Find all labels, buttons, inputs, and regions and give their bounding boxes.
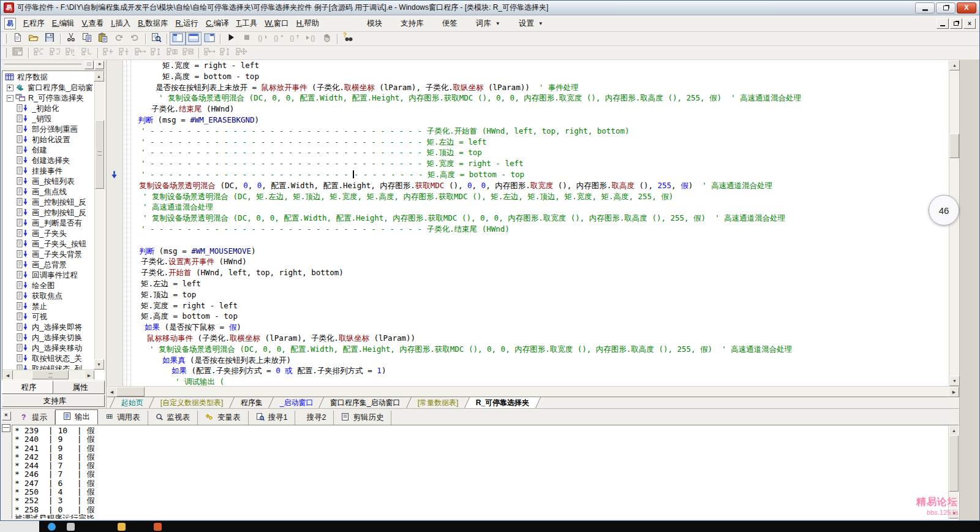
scroll-down-icon[interactable]: ▼ <box>94 359 104 370</box>
tab-program[interactable]: 程序 <box>2 381 53 394</box>
tree-item[interactable]: 画_焦点线 <box>3 187 94 197</box>
tree-hscroll-thumb[interactable] <box>32 370 69 379</box>
same-width-button[interactable] <box>202 46 217 59</box>
tree-item[interactable]: 回调事件过程 <box>3 270 94 281</box>
expand-icon[interactable] <box>7 85 13 91</box>
tree-item[interactable]: 画_子夹头背景 <box>3 249 94 260</box>
tree-item[interactable]: 部分强制重画 <box>3 124 94 135</box>
editor-tab-R_可停靠选择夹[interactable]: R_可停靠选择夹 <box>464 397 541 408</box>
toolbar-grip[interactable] <box>4 48 7 58</box>
browser-icon[interactable] <box>48 523 56 531</box>
pause-button[interactable] <box>318 32 334 45</box>
editor-tab-程序集[interactable]: 程序集 <box>229 397 274 408</box>
scroll-left-icon[interactable]: ◀ <box>2 370 13 380</box>
tree-item[interactable]: 画_判断是否有 <box>3 218 94 229</box>
stack-vertical-button[interactable] <box>180 46 196 59</box>
code-area[interactable]: 矩.宽度 = right - left矩.高度 = bottom - top是否… <box>123 60 949 386</box>
tree-item[interactable]: 取按钮状态_关 <box>3 354 94 364</box>
mdi-minimize-button[interactable] <box>937 18 949 29</box>
editor-tab-[自定义数据类型表][interactable]: [自定义数据类型表] <box>149 397 235 408</box>
redo-button[interactable] <box>111 32 127 45</box>
same-height-button[interactable] <box>217 46 233 59</box>
tree-item[interactable]: 绘全图 <box>3 281 94 291</box>
space-across-button[interactable] <box>132 46 148 59</box>
bottom-tab-搜寻2[interactable]: 搜寻2 <box>295 411 334 425</box>
same-size-button[interactable] <box>233 46 249 59</box>
toolbar-grip[interactable] <box>4 34 7 44</box>
taskbar[interactable] <box>0 521 980 532</box>
menu-item-F.程序[interactable]: F.程序 <box>20 17 48 31</box>
bottom-tab-调用表[interactable]: 调用表 <box>98 411 148 425</box>
editor-tab-_启动窗口[interactable]: _启动窗口 <box>268 397 325 408</box>
tree-group[interactable]: R_可停靠选择夹 <box>3 93 94 104</box>
stop-button[interactable] <box>239 32 255 45</box>
step-out-button[interactable]: {} <box>287 32 303 45</box>
tree-item[interactable]: 画_总背景 <box>3 260 94 270</box>
taskbar-start-area[interactable] <box>0 521 39 532</box>
tab-property[interactable]: 属性 <box>53 381 105 394</box>
center-vertical-button[interactable] <box>116 46 132 59</box>
collapse-icon[interactable] <box>7 95 13 102</box>
menu-item-W.窗口[interactable]: W.窗口 <box>261 17 293 31</box>
view-bottom-pane-button[interactable] <box>186 32 202 45</box>
menu-item-R.运行[interactable]: R.运行 <box>172 17 202 31</box>
bottom-tab-提示[interactable]: ?提示 <box>13 411 55 425</box>
tree-item[interactable]: 禁止 <box>3 302 94 312</box>
scroll-right-icon[interactable]: ▶ <box>84 370 94 380</box>
menu-item-H.帮助[interactable]: H.帮助 <box>293 17 323 31</box>
menu-item-I.插入[interactable]: I.插入 <box>107 17 134 31</box>
menu-item-模块[interactable]: 模块 <box>357 17 391 31</box>
scroll-down-icon[interactable]: ▼ <box>949 376 960 386</box>
menu-item-B.数据库[interactable]: B.数据库 <box>134 17 172 31</box>
scroll-right-icon[interactable]: ▶ <box>949 387 959 397</box>
editor-tab-[常量数据表][interactable]: [常量数据表] <box>406 397 470 408</box>
tree-item[interactable]: 初始化设置 <box>3 135 94 145</box>
form-designer-button[interactable] <box>10 46 26 59</box>
output-scroll-thumb[interactable] <box>949 435 959 492</box>
mdi-restore-button[interactable] <box>950 18 962 29</box>
cut-button[interactable] <box>63 32 79 45</box>
align-top-button[interactable] <box>63 46 79 59</box>
tree-item[interactable]: 内_选择夹即将 <box>3 322 94 333</box>
tree-item[interactable]: _销毁 <box>3 114 94 124</box>
bottom-tab-变量表[interactable]: 变量表 <box>198 411 249 425</box>
tree-item[interactable]: 内_选择夹切换 <box>3 333 94 343</box>
bottom-panel-close-button[interactable]: × <box>2 411 11 420</box>
scroll-up-icon[interactable]: ▲ <box>94 71 104 82</box>
run-button[interactable] <box>223 32 239 45</box>
restore-button[interactable] <box>936 2 956 13</box>
new-file-button[interactable] <box>10 32 26 45</box>
tree-item[interactable]: 创建 <box>3 145 94 156</box>
close-button[interactable]: X <box>957 2 976 13</box>
menu-item-V.查看[interactable]: V.查看 <box>78 17 108 31</box>
editor-tab-窗口程序集_启动窗口[interactable]: 窗口程序集_启动窗口 <box>318 397 412 408</box>
menu-item-词库[interactable]: 词库▼ <box>466 17 509 31</box>
help-find-button[interactable]: ? <box>340 32 356 45</box>
menu-item-T.工具[interactable]: T.工具 <box>232 17 261 31</box>
bottom-tab-搜寻1[interactable]: 搜寻1 <box>249 411 296 425</box>
panel-close-button[interactable]: × <box>95 61 104 69</box>
bottom-tab-输出[interactable]: 输出 <box>55 409 98 425</box>
bottom-tab-监视表[interactable]: 监视表 <box>148 411 198 425</box>
tree-item[interactable]: 可视 <box>3 312 94 322</box>
undo-button[interactable] <box>127 32 143 45</box>
tree-item[interactable]: 获取焦点 <box>3 291 94 302</box>
tree-root[interactable]: 程序数据 <box>3 72 94 83</box>
tree-item[interactable]: 创建选择夹 <box>3 156 94 166</box>
align-left-button[interactable] <box>31 46 47 59</box>
tree-item[interactable]: 内_选择夹移动 <box>3 343 94 354</box>
scroll-up-icon[interactable]: ▲ <box>949 425 959 436</box>
save-button[interactable] <box>42 32 58 45</box>
tab-support-library[interactable]: 支持库 <box>2 395 105 407</box>
tree-item[interactable]: 画_按钮列表 <box>3 177 94 187</box>
space-down-button[interactable] <box>148 46 164 59</box>
scroll-left-icon[interactable]: ◀ <box>107 387 117 397</box>
output-view[interactable]: * 239 | 10 | 假* 240 | 9 | 假* 241 | 9 | 假… <box>12 425 959 519</box>
step-over-button[interactable]: {} <box>271 32 287 45</box>
tree-item[interactable]: 画_子夹头_按钮 <box>3 239 94 249</box>
tree-scroll-thumb[interactable] <box>95 120 104 189</box>
mdi-close-button[interactable]: × <box>963 18 976 29</box>
tree-item[interactable]: 画_控制按钮_反 <box>3 197 94 208</box>
run-to-cursor-button[interactable]: {} <box>303 32 318 45</box>
tree-vertical-scrollbar[interactable]: ▲ ▼ <box>94 71 104 370</box>
